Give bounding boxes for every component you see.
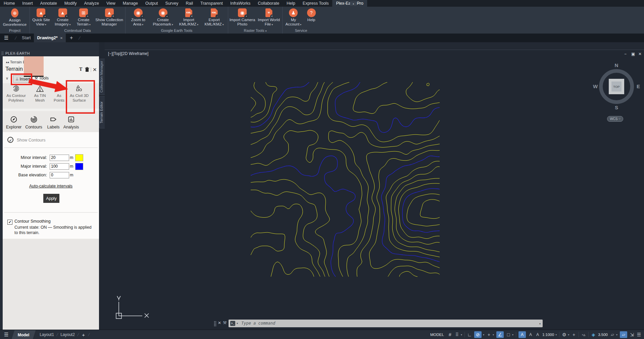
command-caret-icon[interactable]: ▾ <box>237 322 238 325</box>
menu-help[interactable]: Help <box>283 0 299 7</box>
dropdown-caret-icon[interactable]: ▾ <box>271 23 273 26</box>
create-placemark-button[interactable]: ◉• Create Placemark▾ <box>151 8 175 27</box>
annotation-autoscale-toggle[interactable]: A <box>528 332 533 338</box>
fullscreen-toggle[interactable]: ⇲ <box>630 332 634 338</box>
command-input[interactable]: >_ ▾ Type a command ▴ <box>229 320 543 327</box>
clean-screen-tag-icon[interactable]: ▱ <box>610 332 615 338</box>
menu-collaborate[interactable]: Collaborate <box>254 0 283 7</box>
ribbon-collapse-control[interactable]: ▴ ▾ <box>350 1 362 6</box>
menu-rail[interactable]: Rail <box>182 0 197 7</box>
menu-view[interactable]: View <box>103 0 119 7</box>
graphics-performance-icon[interactable]: ◈ <box>591 332 596 338</box>
assign-georeference-button[interactable]: ⊕ Assign Georeference <box>1 8 29 27</box>
isolate-objects-button[interactable]: ▫▵ <box>581 332 586 338</box>
viewport-controls-label[interactable]: [−][Top][2D Wireframe] <box>108 51 148 56</box>
show-collection-manager-button[interactable]: ▲≡ Show Collection Manager <box>94 8 125 26</box>
collection-manager-side-tab[interactable]: Collection Manager <box>99 59 105 95</box>
dropdown-caret-icon[interactable]: ▾ <box>197 23 198 26</box>
osnap-caret-icon[interactable]: ▾ <box>512 333 513 336</box>
as-contour-polylines-button[interactable]: As Contour Polylines <box>5 84 27 103</box>
export-kml-button[interactable]: KML→ Export KML/KMZ▾ <box>202 8 226 27</box>
layout-menu-hamburger-icon[interactable]: ☰ <box>4 332 8 338</box>
annotation-visibility-toggle[interactable]: A <box>518 331 526 338</box>
tag-caret-icon[interactable]: ▾ <box>616 333 617 336</box>
major-color-swatch[interactable] <box>75 163 83 170</box>
collapse-chevron-icon[interactable]: ∨ <box>6 76 8 80</box>
quick-site-view-button[interactable]: ▲• Quick Site View▾ <box>31 8 51 27</box>
grid-display-toggle[interactable]: # <box>448 332 452 338</box>
snap-mode-toggle[interactable]: ⠿ <box>455 332 459 338</box>
group-label-contextual-data[interactable]: Contextual Data <box>30 28 125 34</box>
group-label-project[interactable]: Project <box>0 28 30 34</box>
annotation-monitor-toggle[interactable]: + <box>572 332 576 338</box>
major-interval-input[interactable] <box>50 163 69 170</box>
as-points-button[interactable]: ∴ As Points <box>52 84 66 103</box>
workspace-caret-icon[interactable]: ▾ <box>568 333 569 336</box>
menu-survey[interactable]: Survey <box>162 0 182 7</box>
delete-terrain-button[interactable] <box>85 67 89 72</box>
palette-grip[interactable] <box>1 51 4 55</box>
terrain-contour-drawing[interactable] <box>251 82 440 277</box>
explorer-tab[interactable]: Explorer <box>6 116 21 129</box>
workspace-switching-gear-icon[interactable]: ⚙ <box>562 332 566 338</box>
compass-south-label[interactable]: S <box>613 105 620 110</box>
compass-north-label[interactable]: N <box>613 62 620 68</box>
minimize-window-icon[interactable]: − <box>624 52 627 56</box>
labels-tab[interactable]: Labels <box>46 116 60 129</box>
ortho-mode-toggle[interactable]: ∟ <box>467 332 472 338</box>
object-snap-toggle[interactable]: □ <box>506 332 511 338</box>
collapse-caret-icon[interactable]: ▾ <box>358 2 359 5</box>
group-label-service[interactable]: Service <box>283 28 319 34</box>
menu-home[interactable]: Home <box>0 0 18 7</box>
menu-annotate[interactable]: Annotate <box>37 0 61 7</box>
import-kml-button[interactable]: KML+ Import KML/KMZ▾ <box>177 8 200 27</box>
as-civil-3d-surface-button[interactable]: As Civil 3D Surface <box>68 84 90 103</box>
import-world-file-button[interactable]: W+ Import World File▾ <box>256 8 281 27</box>
terrain-editor-side-tab[interactable]: Terrain Editor <box>99 96 105 128</box>
command-customize-icon[interactable]: ⚒ <box>223 320 227 325</box>
close-window-icon[interactable]: ✕ <box>638 52 642 56</box>
menu-infraworks[interactable]: InfraWorks <box>227 0 254 7</box>
menu-output[interactable]: Output <box>142 0 162 7</box>
scale-caret-icon[interactable]: ▾ <box>555 333 557 336</box>
base-elevation-input[interactable] <box>50 172 69 178</box>
zoom-to-area-button[interactable]: ◉+ Zoom to Area▾ <box>128 8 149 27</box>
dropdown-caret-icon[interactable]: ▾ <box>300 23 301 26</box>
dropdown-caret-icon[interactable]: ▾ <box>172 23 173 26</box>
group-caret-icon[interactable]: ▾ <box>265 30 266 33</box>
layout1-tab[interactable]: Layout1 <box>37 332 57 337</box>
drawing-viewport[interactable]: [−][Top][2D Wireframe] − ▣ ✕ N S W E TOP… <box>105 42 644 330</box>
menu-modify[interactable]: Modify <box>61 0 81 7</box>
auto-calculate-intervals-link[interactable]: Auto-calculate intervals <box>3 184 99 188</box>
customization-hamburger-icon[interactable]: ☰ <box>637 332 641 338</box>
create-imagery-button[interactable]: ▲+ Create Imagery▾ <box>52 8 73 27</box>
close-panel-button[interactable]: ✕ <box>93 67 97 73</box>
menu-express-tools[interactable]: Express Tools <box>299 0 333 7</box>
app-menu-hamburger-icon[interactable]: ☰ <box>4 35 8 41</box>
menu-analyze[interactable]: Analyze <box>80 0 102 7</box>
help-button[interactable]: ? Help <box>304 8 318 22</box>
group-label-raster-tools[interactable]: Raster Tools▾ <box>228 28 282 34</box>
show-contours-toggle[interactable]: ✓ <box>7 137 13 143</box>
dropdown-caret-icon[interactable]: ▾ <box>142 23 143 26</box>
dropdown-caret-icon[interactable]: ▾ <box>89 23 91 26</box>
dropdown-caret-icon[interactable]: ▾ <box>222 23 224 26</box>
command-history-icon[interactable]: ▴ <box>539 322 541 325</box>
drawing2-tab[interactable]: Drawing2* ✕ <box>34 34 66 42</box>
minor-color-swatch[interactable] <box>75 154 83 161</box>
start-tab[interactable]: Start <box>18 36 34 40</box>
compass-west-label[interactable]: W <box>592 83 599 89</box>
create-terrain-button[interactable]: ⊞+ Create Terrain▾ <box>74 8 93 27</box>
viewcube-top-face[interactable]: TOP <box>609 79 624 94</box>
apply-button[interactable]: Apply <box>43 194 59 203</box>
isodraft-caret-icon[interactable]: ▾ <box>493 333 494 336</box>
collapse-icon[interactable]: ▴ <box>350 1 357 6</box>
isometric-drafting-toggle[interactable]: + <box>487 332 491 338</box>
contour-smoothing-checkbox[interactable]: ✓ <box>7 220 12 225</box>
model-space-toggle[interactable]: MODEL <box>430 333 444 337</box>
new-drawing-tab-button[interactable]: + <box>66 35 77 41</box>
new-layout-button[interactable]: + <box>79 332 88 338</box>
contours-tab[interactable]: Contours <box>24 116 44 129</box>
polar-tracking-toggle[interactable]: ⊘ <box>474 331 482 338</box>
snap-caret-icon[interactable]: ▾ <box>461 333 462 336</box>
